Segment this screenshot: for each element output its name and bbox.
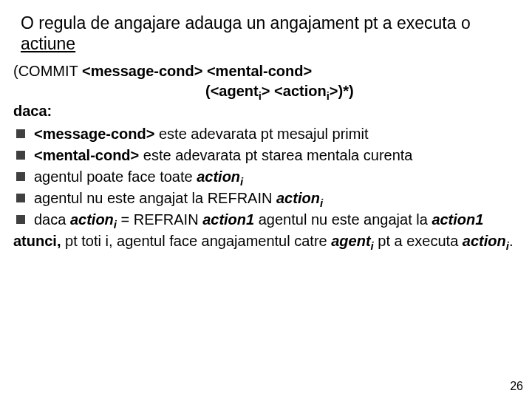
cond-eq-post: agentul nu este angajat la [254,211,432,228]
syntax-agent-open: (<agent [205,83,259,99]
atunci-period: . [509,233,514,249]
syntax-block: (COMMIT <message-cond> <mental-cond> (<a… [13,61,519,101]
cond-refrain-action: action [276,190,320,206]
atunci-action: action [463,233,506,249]
title-text: O regula de angajare adauga un angajamen… [21,13,471,33]
list-item: agentul nu este angajat la REFRAIN actio… [13,188,519,208]
condition-list: <message-cond> este adevarata pt mesajul… [13,124,519,230]
list-item: <mental-cond> este adevarata pt starea m… [13,146,519,166]
cond-mental: <mental-cond> [34,147,139,163]
cond-eq-action: action [70,211,114,228]
syntax-action-open: > <action [262,83,327,99]
list-item: agentul poate face toate actioni [13,167,519,187]
cond-eq-pre: daca [34,211,70,228]
syntax-line2: (<agenti> <actioni>)*) [13,81,354,101]
atunci-text2: pt a executa [374,233,463,249]
cond-msg: <message-cond> [34,126,154,142]
slide-title: O regula de angajare adauga un angajamen… [21,13,519,54]
page-number: 26 [510,380,523,393]
cond-mental-text: este adevarata pt starea mentala curenta [139,147,412,163]
cond-eq-action1b: action1 [432,211,483,228]
daca-label: daca: [13,103,519,120]
cond-msg-text: este adevarata pt mesajul primit [154,126,368,142]
cond-can-do-pre: agentul poate face toate [34,168,197,185]
cond-eq-mid: = REFRAIN [117,211,202,228]
cond-refrain-sub: i [320,197,323,209]
list-item: <message-cond> este adevarata pt mesajul… [13,124,519,144]
cond-can-do-action: action [197,168,240,185]
syntax-commit: (COMMIT [13,63,82,79]
syntax-conds: <message-cond> <mental-cond> [82,63,312,79]
atunci-block: atunci, pt toti i, agentul face angajame… [13,231,519,251]
cond-refrain-pre: agentul nu este angajat la REFRAIN [34,190,276,206]
atunci-label: atunci, [13,233,61,249]
title-underlined: actiune [21,34,75,53]
cond-eq-action1: action1 [202,211,254,228]
syntax-close: >)*) [330,83,354,99]
cond-can-do-sub: i [240,175,243,188]
atunci-text1: pt toti i, agentul face angajamentul cat… [61,233,331,249]
list-item: daca actioni = REFRAIN action1 agentul n… [13,210,519,230]
atunci-agent: agent [331,233,370,249]
